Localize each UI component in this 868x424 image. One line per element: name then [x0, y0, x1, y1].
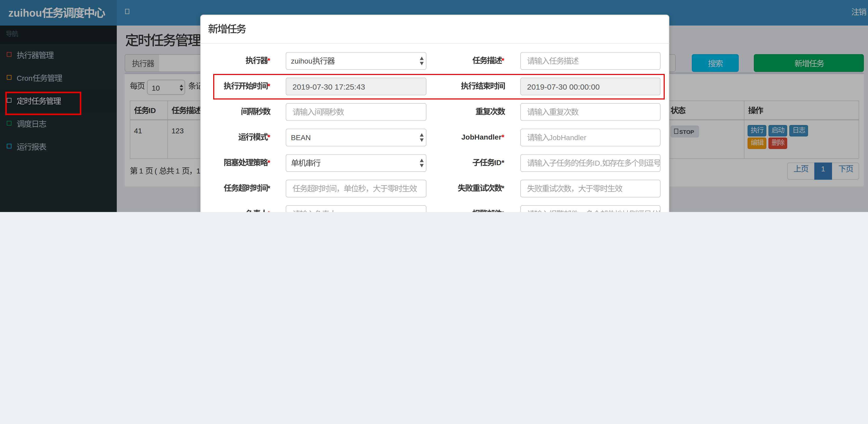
svg-text:*: *	[268, 184, 270, 192]
svg-text:*: *	[502, 210, 505, 212]
svg-text:ID,: ID,	[593, 159, 602, 167]
svg-text:*: *	[502, 184, 505, 192]
svg-text:JobHandler: JobHandler	[549, 134, 586, 142]
svg-text:ID*: ID*	[494, 159, 505, 167]
svg-text:JobHandler: JobHandler	[462, 133, 502, 141]
svg-text:*: *	[268, 159, 270, 167]
svg-text:*: *	[268, 210, 270, 212]
svg-text:*: *	[502, 57, 505, 65]
svg-text:*: *	[502, 133, 505, 141]
svg-text:zuihou: zuihou	[291, 57, 313, 65]
svg-text:*: *	[268, 133, 270, 141]
svg-text:BEAN: BEAN	[291, 134, 311, 142]
svg-text:*: *	[268, 57, 270, 65]
